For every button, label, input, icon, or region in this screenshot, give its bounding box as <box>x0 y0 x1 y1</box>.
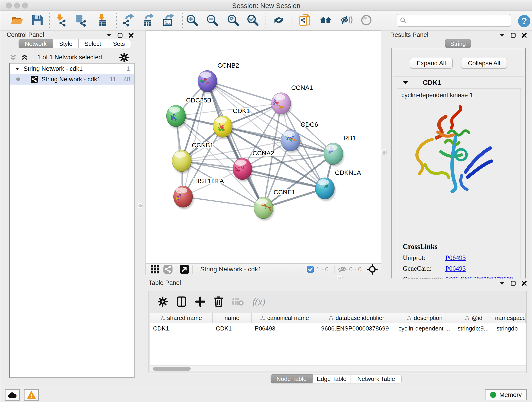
column-header-description[interactable]: description <box>395 313 454 323</box>
column-header-canonical-name[interactable]: canonical name <box>252 313 318 323</box>
help-icon[interactable]: ? <box>518 14 531 28</box>
tab-node-table[interactable]: Node Table <box>271 374 312 383</box>
column-header--id[interactable]: @id <box>454 313 493 323</box>
save-session-icon[interactable] <box>31 14 44 27</box>
crosslink-link[interactable]: P06493 <box>445 265 466 272</box>
left-splitter-handle[interactable] <box>137 203 143 208</box>
fit-crosshair-icon[interactable] <box>367 264 378 274</box>
crosslink-link[interactable]: P06493 <box>445 254 466 262</box>
network-edge[interactable] <box>183 197 264 208</box>
tab-select[interactable]: Select <box>79 39 107 48</box>
close-panel-icon[interactable] <box>522 33 527 38</box>
inspect-sphere-icon[interactable] <box>360 14 374 27</box>
export-image-icon[interactable] <box>162 14 176 27</box>
zoom-selected-icon[interactable] <box>246 14 259 27</box>
clone-network-icon[interactable] <box>299 14 312 27</box>
cloud-status-button[interactable] <box>5 389 20 401</box>
float-panel-icon[interactable] <box>511 33 516 38</box>
table-cell: stringdb:9... <box>454 323 493 334</box>
network-canvas[interactable]: CCNB2CCNA1CDC25BCDK1CDC6RB1CCNB1CCNA2CDK… <box>146 31 381 263</box>
warnings-button[interactable] <box>24 389 39 401</box>
panel-menu-icon[interactable] <box>500 34 505 37</box>
open-session-icon[interactable] <box>10 14 24 27</box>
scrollbar-thumb[interactable] <box>153 367 191 370</box>
gene-section-header[interactable]: CDK1 <box>393 77 524 88</box>
column-header-name[interactable]: name <box>213 313 252 323</box>
network-options-gear-icon[interactable] <box>119 53 129 62</box>
zoom-fit-icon[interactable] <box>226 14 240 27</box>
memory-label: Memory <box>499 391 522 399</box>
network-edge[interactable] <box>207 81 264 208</box>
table-horizontal-scrollbar[interactable] <box>150 366 526 371</box>
main-toolbar: ? <box>0 11 532 31</box>
table-cell: P06493 <box>252 323 318 334</box>
birds-eye-view-icon[interactable] <box>180 264 189 274</box>
panel-menu-icon[interactable] <box>500 282 505 285</box>
right-splitter-handle[interactable] <box>381 149 386 155</box>
tab-network[interactable]: Network <box>19 39 53 48</box>
search-input[interactable] <box>407 17 507 24</box>
network-node-RB1[interactable] <box>324 143 344 166</box>
crosslink-row: GeneCard: P06493 <box>403 265 513 272</box>
crosslinks-heading: CrossLinks <box>403 242 513 251</box>
float-panel-icon[interactable] <box>511 281 516 286</box>
network-row[interactable]: String Network - cdk1 11 48 <box>10 74 134 85</box>
expand-all-button[interactable]: Expand All <box>410 58 453 69</box>
float-panel-icon[interactable] <box>118 33 123 38</box>
import-network-icon[interactable] <box>55 14 68 27</box>
tab-edge-table[interactable]: Edge Table <box>312 374 351 383</box>
network-node-CDK1[interactable] <box>213 116 234 139</box>
table-settings-gear-icon[interactable] <box>158 297 168 307</box>
column-header-database-identifier[interactable]: database identifier <box>318 313 395 323</box>
gene-name: CDK1 <box>423 79 442 86</box>
zoom-out-icon[interactable] <box>206 14 219 27</box>
hide-panel-icon[interactable] <box>340 14 354 27</box>
export-network-icon[interactable] <box>123 14 136 27</box>
section-collapse-icon[interactable] <box>403 81 408 84</box>
network-collection-row[interactable]: String Network - cdk1 1 <box>10 64 134 74</box>
show-columns-icon[interactable] <box>177 296 186 307</box>
selected-nodes-checkbox-icon[interactable] <box>307 266 314 273</box>
collapse-all-icon[interactable] <box>9 53 17 62</box>
node-label-CDC25B: CDC25B <box>186 97 211 104</box>
collapse-all-button[interactable]: Collapse All <box>461 58 507 69</box>
zoom-in-icon[interactable] <box>185 14 199 27</box>
node-table[interactable]: shared namename canonical name database … <box>150 313 526 365</box>
table-row[interactable]: CDK1CDK1P064939606.ENSP00000378699cyclin… <box>150 323 526 334</box>
network-edge[interactable] <box>207 81 281 103</box>
add-column-icon[interactable] <box>195 297 205 307</box>
import-database-icon[interactable] <box>75 14 88 27</box>
node-label-CCNE1: CCNE1 <box>273 189 295 196</box>
refresh-layout-icon[interactable] <box>273 14 286 27</box>
collection-label: String Network - cdk1 <box>24 65 83 72</box>
network-node-CCNA2[interactable] <box>233 158 253 182</box>
tree-expand-icon[interactable] <box>15 67 19 70</box>
tab-network-table[interactable]: Network Table <box>351 374 402 383</box>
column-header-namespace[interactable]: namespace <box>493 313 526 323</box>
tab-style[interactable]: Style <box>53 39 79 48</box>
network-node-HIST1H1A[interactable] <box>173 185 194 209</box>
table-cell: cyclin-dependent ... <box>395 323 454 334</box>
close-panel-icon[interactable] <box>522 281 527 286</box>
network-node-count: 11 <box>110 76 116 83</box>
network-node-CDC25B[interactable] <box>166 105 187 128</box>
expand-all-icon[interactable] <box>20 53 29 62</box>
node-label-CCNA1: CCNA1 <box>291 84 313 91</box>
network-node-CDKN1A[interactable] <box>315 178 336 201</box>
network-node-CCNA1[interactable] <box>271 93 292 116</box>
panel-menu-icon[interactable] <box>107 34 112 37</box>
grid-view-icon[interactable] <box>150 265 159 274</box>
tab-string[interactable]: String <box>445 39 471 48</box>
export-table-icon[interactable] <box>142 14 156 27</box>
close-panel-icon[interactable] <box>128 33 133 38</box>
network-view-share-icon[interactable] <box>163 264 173 274</box>
toolbar-search[interactable] <box>397 14 511 27</box>
network-node-CCNE1[interactable] <box>254 197 274 220</box>
import-table-icon[interactable] <box>96 14 109 27</box>
tab-sets[interactable]: Sets <box>107 39 131 48</box>
column-header-shared-name[interactable]: shared name <box>150 313 213 323</box>
show-home-icon[interactable] <box>320 14 333 27</box>
network-node-CCNB2[interactable] <box>198 70 218 94</box>
delete-column-trash-icon[interactable] <box>214 296 223 307</box>
memory-button[interactable]: Memory <box>485 389 527 400</box>
